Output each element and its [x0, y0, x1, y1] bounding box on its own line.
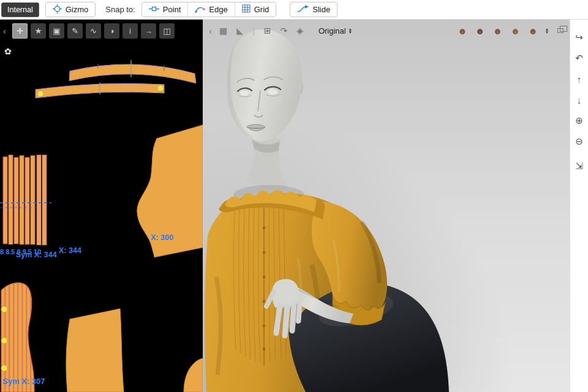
- trace-icon: →: [145, 26, 153, 36]
- x-344-label: X: 344: [59, 246, 81, 255]
- snap-edge-button[interactable]: Edge: [187, 2, 234, 17]
- pattern-2d-panel[interactable]: ‹ ✛ ★ ▣ ✎ ∿ ◑ i → ◫ ✿: [0, 20, 203, 392]
- create-polygon-icon: ✎: [72, 26, 78, 36]
- grid-label: Grid: [254, 5, 270, 14]
- scene-3d[interactable]: [203, 20, 570, 392]
- panel-collapse-icon[interactable]: ‹: [3, 26, 9, 36]
- pattern-2d-toolbar: ‹ ✛ ★ ▣ ✎ ∿ ◑ i → ◫: [0, 20, 203, 42]
- internal-button[interactable]: Internal: [1, 2, 39, 17]
- edge-label: Edge: [209, 5, 227, 14]
- dart-tool[interactable]: ◑: [104, 23, 119, 39]
- camera-toolbar: ↪ ↶ ↑ ↓ ⊕ ⊖ ⇲: [570, 20, 588, 392]
- viewport-3d-toolbar: ‹ ▦ ◣ | ⊞ ↷ ◈ Original ▴▾ ☻ ☻ ☻ ☻ ☻ ▴▾: [203, 20, 570, 42]
- pattern-point[interactable]: [1, 306, 7, 312]
- snap-to-label: Snap to:: [105, 5, 135, 14]
- pattern-point[interactable]: [1, 365, 7, 371]
- gizmo-label: Gizmo: [66, 5, 89, 14]
- edit-pattern-icon: ★: [35, 26, 42, 36]
- pose-dropdown[interactable]: Original ▴▾: [318, 26, 352, 36]
- seam-icon: ◫: [163, 26, 170, 36]
- grid-snap-icon: [242, 4, 251, 15]
- annotation-icon: i: [129, 26, 131, 36]
- reset-camera-icon[interactable]: ↪: [570, 27, 588, 48]
- slide-label: Slide: [312, 5, 330, 14]
- cascade-windows-icon[interactable]: [557, 28, 564, 33]
- transform-pattern-icon: ✛: [17, 26, 23, 36]
- slide-button[interactable]: Slide: [290, 2, 337, 17]
- create-rectangle-tool[interactable]: ▣: [49, 23, 64, 39]
- pattern-piece-front[interactable]: [66, 309, 124, 392]
- show-motion-icon[interactable]: ☻: [528, 26, 538, 36]
- dropdown-spinner-icon[interactable]: ▴▾: [349, 28, 352, 34]
- toolbar-divider: |: [252, 26, 255, 36]
- fit-view-icon[interactable]: ⇲: [570, 156, 588, 176]
- edit-pattern-tool[interactable]: ★: [31, 23, 46, 39]
- shade-mode-icon[interactable]: ◣: [236, 26, 243, 36]
- rotate-camera-icon[interactable]: ↶: [570, 48, 588, 69]
- trace-tool[interactable]: →: [141, 23, 156, 39]
- create-polygon-tool[interactable]: ✎: [67, 23, 83, 39]
- gizmo-icon: [53, 4, 62, 15]
- workspace: ‹ ✛ ★ ▣ ✎ ∿ ◑ i → ◫ ✿: [0, 20, 588, 392]
- snap-grid-button[interactable]: Grid: [235, 2, 276, 17]
- pattern-piece-collar[interactable]: [69, 64, 196, 83]
- create-rectangle-icon: ▣: [53, 26, 60, 36]
- grid-toggle-icon[interactable]: ▦: [219, 26, 227, 36]
- pattern-point[interactable]: [157, 85, 164, 91]
- transform-pattern-tool[interactable]: ✛: [12, 23, 28, 39]
- panel-collapse-icon[interactable]: ‹: [209, 26, 212, 36]
- pattern-piece-bodice[interactable]: [1, 283, 34, 392]
- zoom-out-icon[interactable]: ⊖: [570, 131, 588, 152]
- slide-icon: [297, 5, 309, 15]
- pattern-piece-pleat-strips[interactable]: [3, 155, 47, 245]
- snap-view-icon[interactable]: ◈: [296, 26, 303, 36]
- add-view-icon[interactable]: ⊞: [264, 26, 271, 36]
- gizmo-group: Gizmo: [45, 2, 96, 17]
- point-snap-icon: [149, 5, 159, 15]
- pattern-point[interactable]: [37, 91, 43, 97]
- top-toolbar: Internal Gizmo Snap to: Point Edge: [0, 0, 588, 20]
- gizmo-button[interactable]: Gizmo: [46, 2, 96, 17]
- pan-down-icon[interactable]: ↓: [570, 89, 588, 110]
- sym-x-344-label: Sym X: 344: [16, 251, 57, 259]
- sym-x-307-label: Sym X: 307: [2, 377, 45, 386]
- dart-icon: ◑: [110, 26, 115, 36]
- show-hair-icon[interactable]: ☻: [475, 26, 485, 36]
- pattern-point[interactable]: [1, 337, 7, 344]
- edit-curvature-icon: ∿: [90, 26, 97, 36]
- pattern-canvas[interactable]: [0, 20, 203, 392]
- avatar-display-group: ☻ ☻ ☻ ☻ ☻ ▴▾: [458, 26, 564, 36]
- coordinate-label-x300: X: 300: [151, 233, 173, 242]
- edge-snap-icon: [195, 5, 205, 15]
- pan-up-icon[interactable]: ↑: [570, 69, 588, 89]
- show-avatar-icon[interactable]: ☻: [458, 26, 467, 36]
- zoom-in-icon[interactable]: ⊕: [570, 110, 588, 131]
- point-label: Point: [163, 5, 181, 14]
- show-shoes-icon[interactable]: ☻: [493, 26, 503, 36]
- pose-dropdown-value: Original: [318, 26, 346, 36]
- annotation-tool[interactable]: i: [123, 23, 138, 39]
- reset-rotation-icon[interactable]: ↷: [280, 26, 287, 36]
- avatar-display-spinner-icon[interactable]: ▴▾: [546, 28, 548, 34]
- snap-point-button[interactable]: Point: [142, 2, 188, 17]
- avatar-silhouette-icon[interactable]: ✿: [4, 47, 12, 56]
- edit-curvature-tool[interactable]: ∿: [86, 23, 101, 39]
- show-accessories-icon[interactable]: ☻: [510, 26, 520, 36]
- snap-group: Point Edge Grid: [141, 2, 277, 17]
- seam-tool[interactable]: ◫: [159, 23, 175, 39]
- viewport-3d-panel[interactable]: ‹ ▦ ◣ | ⊞ ↷ ◈ Original ▴▾ ☻ ☻ ☻ ☻ ☻ ▴▾: [203, 20, 570, 392]
- pattern-piece-corner[interactable]: [184, 358, 203, 392]
- slide-group: Slide: [290, 2, 337, 17]
